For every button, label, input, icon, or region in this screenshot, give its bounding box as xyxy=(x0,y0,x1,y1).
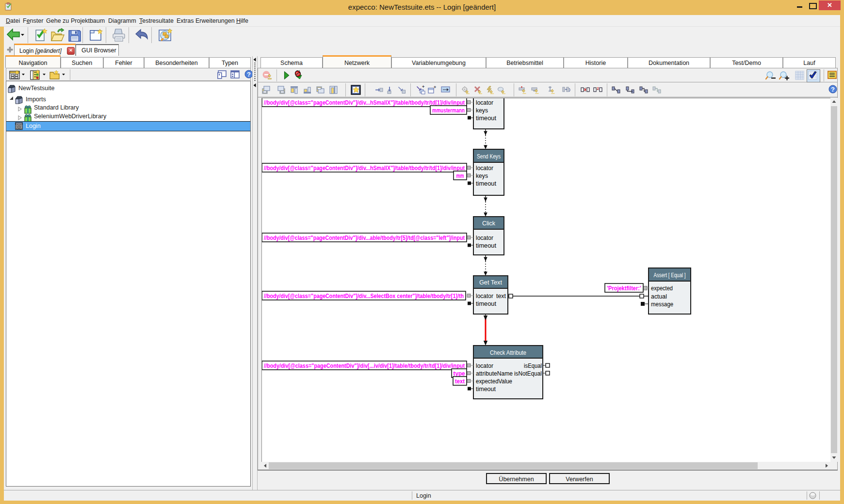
svg-text:Get Text: Get Text xyxy=(479,279,502,286)
svg-text:actual: actual xyxy=(651,293,667,300)
svg-text:mm: mm xyxy=(456,173,464,179)
svg-text:timeout: timeout xyxy=(476,180,496,187)
svg-text:isEqual: isEqual xyxy=(524,362,542,369)
svg-text:locator: locator xyxy=(476,362,494,369)
svg-text:Check Attribute: Check Attribute xyxy=(490,349,526,356)
svg-text://body/div[@class="pageContent: //body/div[@class="pageContentDiv"]/div.… xyxy=(264,293,464,299)
svg-text:expectedValue: expectedValue xyxy=(476,378,512,385)
svg-text://body/div[@class="pageContent: //body/div[@class="pageContentDiv"]/div.… xyxy=(264,165,465,172)
svg-text:'Projektfilter:': 'Projektfilter:' xyxy=(607,285,641,292)
svg-text:locator: locator xyxy=(476,234,494,241)
svg-text://body/div[@class="pageContent: //body/div[@class="pageContentDiv"]/div[… xyxy=(264,362,465,369)
svg-text:Assert [ Equal ]: Assert [ Equal ] xyxy=(654,271,686,279)
svg-text:mmustermann: mmustermann xyxy=(432,107,465,114)
svg-text://body/div[@class="pageContent: //body/div[@class="pageContentDiv"]/div.… xyxy=(264,235,465,241)
svg-text:timeout: timeout xyxy=(476,300,496,307)
svg-text:Send Keys: Send Keys xyxy=(477,153,501,160)
svg-text:?: ? xyxy=(831,86,835,93)
svg-text:attributeName: attributeName xyxy=(476,370,513,377)
svg-text:isNotEqual: isNotEqual xyxy=(514,370,542,377)
svg-text:locator: locator xyxy=(476,99,494,106)
svg-text:locator: locator xyxy=(476,292,494,299)
svg-text:+: + xyxy=(434,85,436,90)
svg-text://body/div[@class="pageContent: //body/div[@class="pageContentDiv"]/div.… xyxy=(264,99,465,106)
svg-text:keys: keys xyxy=(476,172,488,179)
svg-text:keys: keys xyxy=(476,107,488,114)
svg-text:text: text xyxy=(496,292,506,299)
svg-text:?: ? xyxy=(247,71,251,78)
svg-text:expected: expected xyxy=(651,284,673,292)
svg-text:text: text xyxy=(455,378,465,385)
svg-text:2: 2 xyxy=(597,86,600,91)
svg-text:timeout: timeout xyxy=(476,385,496,393)
svg-text:locator: locator xyxy=(476,164,494,172)
svg-text:timeout: timeout xyxy=(476,242,496,249)
svg-text:+: + xyxy=(422,85,424,89)
svg-text:timeout: timeout xyxy=(476,114,496,122)
svg-text:message: message xyxy=(651,300,673,308)
svg-text:Click: Click xyxy=(482,220,495,227)
svg-text:type: type xyxy=(454,370,465,377)
